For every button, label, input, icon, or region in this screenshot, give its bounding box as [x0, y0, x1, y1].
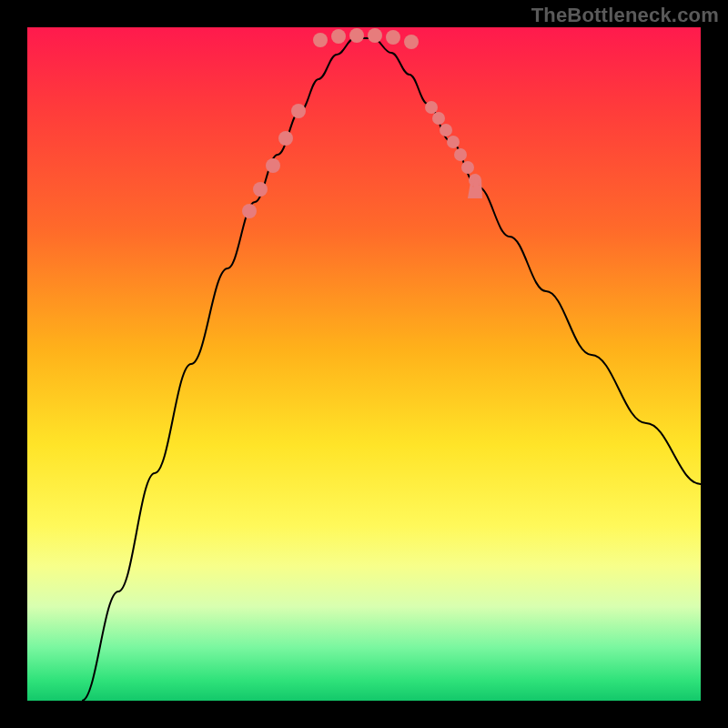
- marker-dot: [253, 182, 268, 197]
- chart-frame: TheBottleneck.com: [0, 0, 728, 728]
- marker-dot: [440, 124, 452, 136]
- marker-dot: [331, 29, 346, 44]
- left-marker-dots: [242, 104, 306, 218]
- plot-svg: [27, 27, 701, 701]
- marker-dot: [386, 30, 400, 45]
- watermark-text: TheBottleneck.com: [531, 4, 719, 27]
- marker-dot: [432, 112, 445, 125]
- plot-area: [27, 27, 701, 701]
- marker-dot: [349, 28, 364, 43]
- marker-dot: [278, 131, 293, 146]
- marker-dot: [461, 161, 474, 174]
- marker-dot: [313, 33, 328, 47]
- marker-dot: [447, 136, 460, 148]
- marker-dot: [404, 35, 419, 49]
- marker-dot: [291, 104, 306, 118]
- marker-dot: [425, 101, 438, 114]
- marker-dot: [368, 28, 382, 43]
- marker-dot: [454, 148, 467, 161]
- marker-dot: [266, 158, 280, 173]
- marker-dot: [242, 204, 257, 218]
- bottleneck-curve: [82, 38, 701, 701]
- right-marker-dots: [425, 101, 481, 187]
